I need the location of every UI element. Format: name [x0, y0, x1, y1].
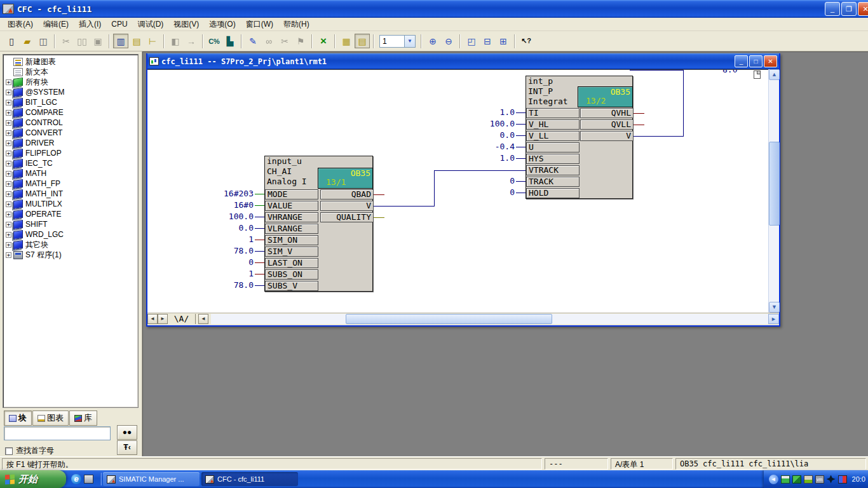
tree-item-FLIPFLOP[interactable]: +FLIPFLOP	[4, 148, 138, 158]
input-stub-int_p-TRACK[interactable]	[516, 181, 526, 182]
value-int_p-V_LL[interactable]: 0.0	[464, 130, 515, 140]
wire-int_p.V[interactable]	[683, 70, 684, 137]
task-badge[interactable]: OB3513/1	[318, 168, 373, 189]
tree-item-MATH[interactable]: +MATH	[4, 168, 138, 179]
int_p-output-QVLL[interactable]: QVLL	[580, 119, 634, 130]
expand-icon[interactable]: +	[6, 191, 11, 197]
value-input_u-MODE[interactable]: 16#203	[203, 189, 254, 199]
expand-icon[interactable]: +	[6, 140, 11, 146]
grid-button[interactable]: ▦	[339, 34, 354, 48]
input-stub-input_u-MODE[interactable]	[255, 194, 264, 194]
tree-item-@SYSTEM[interactable]: +@SYSTEM	[4, 87, 138, 97]
int_p-output-QVHL[interactable]: QVHL	[580, 108, 634, 118]
tray-network-icon[interactable]	[781, 475, 790, 484]
menu-item-7[interactable]: 窗口(W)	[241, 18, 278, 31]
scroll-up-button[interactable]: ▲	[769, 69, 780, 80]
menu-item-2[interactable]: 插入(I)	[74, 18, 106, 31]
open-button[interactable]: ▰	[20, 34, 35, 48]
start-button[interactable]: 开始	[0, 470, 66, 488]
edit-mode-button[interactable]: ✎	[245, 34, 261, 48]
cfc-sheet-canvas[interactable]: 8.0 input_u CH_AI Analog IOB3513/1MODEVA…	[147, 69, 768, 313]
tree-item-MATH_FP[interactable]: +MATH_FP	[4, 179, 138, 189]
input_u-input-VHRANGE[interactable]: VHRANGE	[265, 212, 318, 222]
chart-statistics-button[interactable]: ▙	[222, 34, 238, 48]
tree-view-button[interactable]: ⊢	[145, 34, 160, 48]
expand-icon[interactable]: +	[6, 201, 11, 207]
int_p-input-V_HL[interactable]: V_HL	[526, 119, 580, 130]
chart-minimize-button[interactable]: _	[735, 55, 748, 67]
tree-item-新建图表[interactable]: 新建图表	[4, 57, 138, 67]
input-stub-int_p-V_HL[interactable]	[516, 124, 526, 125]
input-stub-input_u-LAST_ON[interactable]	[255, 262, 264, 263]
expand-icon[interactable]: +	[6, 222, 11, 227]
vertical-scroll-thumb[interactable]	[769, 142, 780, 226]
input-stub-int_p-HOLD[interactable]	[516, 193, 526, 193]
menu-item-5[interactable]: 视图(V)	[168, 18, 204, 31]
int_p-output-V[interactable]: V	[580, 131, 634, 141]
tree-item-CONTROL[interactable]: +CONTROL	[4, 118, 138, 128]
tray-vmware-icon[interactable]: vm	[815, 475, 824, 484]
input-stub-input_u-SIM_ON[interactable]	[255, 240, 264, 240]
zoom-dropdown-arrow-icon[interactable]: ▼	[405, 35, 416, 48]
scroll-right-button[interactable]: ►	[768, 314, 779, 324]
tree-item-SHIFT[interactable]: +SHIFT	[4, 219, 138, 229]
input_u-input-MODE[interactable]: MODE	[265, 189, 318, 200]
value-int_p-HYS[interactable]: 1.0	[464, 153, 515, 163]
input_u-output-QBAD[interactable]: QBAD	[320, 189, 374, 200]
new-chart-button[interactable]: ▯	[4, 34, 19, 48]
tree-item-MULTIPLX[interactable]: +MULTIPLX	[4, 199, 138, 209]
horizontal-scroll-thumb[interactable]	[346, 314, 552, 324]
restore-button[interactable]: ❐	[841, 2, 857, 16]
expand-icon[interactable]: +	[6, 90, 11, 95]
input-stub-int_p-HYS[interactable]	[516, 158, 526, 159]
int_p-input-V_LL[interactable]: V_LL	[526, 131, 580, 141]
zoom-in-button[interactable]: ⊕	[425, 34, 440, 48]
catalog-tab-库[interactable]: 库	[69, 410, 97, 426]
tree-item-IEC_TC[interactable]: +IEC_TC	[4, 158, 138, 168]
sheet-tab-prev-button[interactable]: ◄	[147, 314, 158, 324]
zoom-level-dropdown[interactable]: 1▼	[379, 35, 416, 48]
sheet-bars-button[interactable]: ▤	[355, 34, 370, 48]
menu-item-3[interactable]: CPU	[106, 18, 132, 30]
wire-int_p.V[interactable]	[630, 70, 684, 71]
value-input_u-SUBS_ON[interactable]: 1	[203, 269, 254, 279]
block-int_p[interactable]: int_p INT_P IntegratOB3513/2TIV_HLV_LLUH…	[526, 76, 633, 199]
input_u-output-QUALITY[interactable]: QUALITY	[320, 212, 374, 222]
value-input_u-VHRANGE[interactable]: 100.0	[203, 212, 254, 222]
input-stub-int_p-U[interactable]	[516, 147, 526, 147]
stub-int_p.QVLL[interactable]	[633, 125, 644, 125]
tray-tool-icon[interactable]	[827, 475, 836, 484]
chart-maximize-button[interactable]: □	[749, 55, 763, 67]
tree-item-OPERATE[interactable]: +OPERATE	[4, 209, 138, 219]
find-initial-checkbox[interactable]	[5, 447, 13, 455]
tray-simatic-icon[interactable]	[792, 475, 801, 484]
int_p-input-U[interactable]: U	[526, 142, 580, 152]
tree-item-MATH_INT[interactable]: +MATH_INT	[4, 189, 138, 199]
internet-explorer-icon[interactable]: e	[71, 474, 81, 484]
value-int_p-TRACK[interactable]: 0	[464, 176, 515, 186]
expand-icon[interactable]: +	[6, 252, 11, 258]
wire-input_u.V[interactable]	[373, 206, 435, 207]
interconnect-button[interactable]: ×	[316, 34, 331, 48]
input_u-input-VALUE[interactable]: VALUE	[265, 201, 318, 211]
taskbar-task-0[interactable]: SIMATIC Manager ...	[103, 472, 200, 486]
int_p-input-VTRACK[interactable]: VTRACK	[526, 165, 580, 175]
zoom-out-button[interactable]: ⊖	[441, 34, 456, 48]
task-badge[interactable]: OB3513/2	[578, 86, 633, 107]
overview-button[interactable]: ▥	[113, 34, 128, 48]
chart-window-titlebar[interactable]: cfc_li111 -- S7Pro_2_Prj\plant1\rmt1 _ □…	[147, 53, 779, 69]
menu-item-4[interactable]: 调试(D)	[133, 18, 169, 31]
int_p-input-HYS[interactable]: HYS	[526, 154, 580, 164]
close-button[interactable]: ✕	[858, 2, 868, 16]
tree-item-DRIVER[interactable]: +DRIVER	[4, 138, 138, 148]
expand-icon[interactable]: +	[6, 161, 11, 166]
value-int_p-U[interactable]: -0.4	[464, 142, 515, 152]
expand-icon[interactable]: +	[6, 79, 11, 85]
menu-item-0[interactable]: 图表(A)	[3, 18, 38, 31]
input_u-input-VLRANGE[interactable]: VLRANGE	[265, 224, 318, 234]
scroll-left-button[interactable]: ◄	[198, 314, 208, 324]
expand-icon[interactable]: +	[6, 151, 11, 156]
value-input_u-SIM_ON[interactable]: 1	[203, 234, 254, 245]
tray-folder-icon[interactable]	[804, 475, 813, 484]
expand-icon[interactable]: +	[6, 212, 11, 217]
